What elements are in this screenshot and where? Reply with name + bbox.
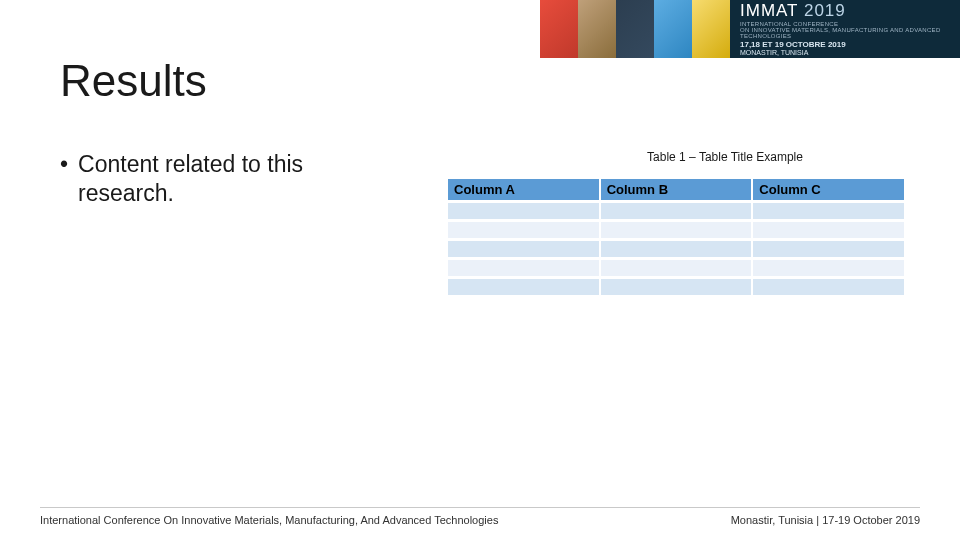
banner-strip-seg (654, 0, 692, 58)
banner-brand: IMMAT (740, 1, 798, 20)
table-cell (448, 279, 599, 295)
conference-banner: IMMAT 2019 INTERNATIONAL CONFERENCE ON I… (540, 0, 960, 58)
table-row (448, 222, 904, 238)
table-row (448, 279, 904, 295)
banner-subtitle: ON INNOVATIVE MATERIALS, MANUFACTURING A… (740, 27, 950, 39)
banner-strip-seg (578, 0, 616, 58)
table-caption: Table 1 – Table Title Example (600, 150, 850, 164)
table-row (448, 241, 904, 257)
table-cell (448, 260, 599, 276)
banner-location: MONASTIR, TUNISIA (740, 49, 950, 56)
table-cell (448, 203, 599, 219)
table-cell (753, 222, 904, 238)
banner-strip-seg (692, 0, 730, 58)
bullet-dot-icon: • (60, 150, 68, 208)
table-cell (601, 260, 752, 276)
table-header: Column B (601, 179, 752, 200)
banner-date: 17,18 ET 19 OCTOBRE 2019 (740, 41, 950, 49)
table-cell (448, 222, 599, 238)
table-header-row: Column A Column B Column C (448, 179, 904, 200)
banner-year: 2019 (804, 1, 846, 20)
table-cell (601, 222, 752, 238)
footer-divider (40, 507, 920, 508)
bullet-item: • Content related to this research. (60, 150, 400, 208)
table-row (448, 203, 904, 219)
banner-title: IMMAT 2019 (740, 2, 950, 19)
page-title: Results (60, 56, 207, 106)
table-cell (753, 260, 904, 276)
table-header: Column C (753, 179, 904, 200)
bullet-list: • Content related to this research. (60, 150, 400, 208)
banner-strip-seg (540, 0, 578, 58)
footer-left: International Conference On Innovative M… (40, 514, 498, 526)
banner-strip-seg (616, 0, 654, 58)
table-cell (753, 279, 904, 295)
table-cell (601, 279, 752, 295)
banner-strip (540, 0, 730, 58)
data-table: Column A Column B Column C (446, 176, 906, 298)
table-header: Column A (448, 179, 599, 200)
bullet-text: Content related to this research. (78, 150, 400, 208)
table-row (448, 260, 904, 276)
table-cell (753, 203, 904, 219)
table-cell (448, 241, 599, 257)
table-cell (601, 241, 752, 257)
banner-text: IMMAT 2019 INTERNATIONAL CONFERENCE ON I… (730, 0, 960, 58)
table-cell (601, 203, 752, 219)
footer-right: Monastir, Tunisia | 17-19 October 2019 (731, 514, 920, 526)
slide: IMMAT 2019 INTERNATIONAL CONFERENCE ON I… (0, 0, 960, 540)
table-cell (753, 241, 904, 257)
